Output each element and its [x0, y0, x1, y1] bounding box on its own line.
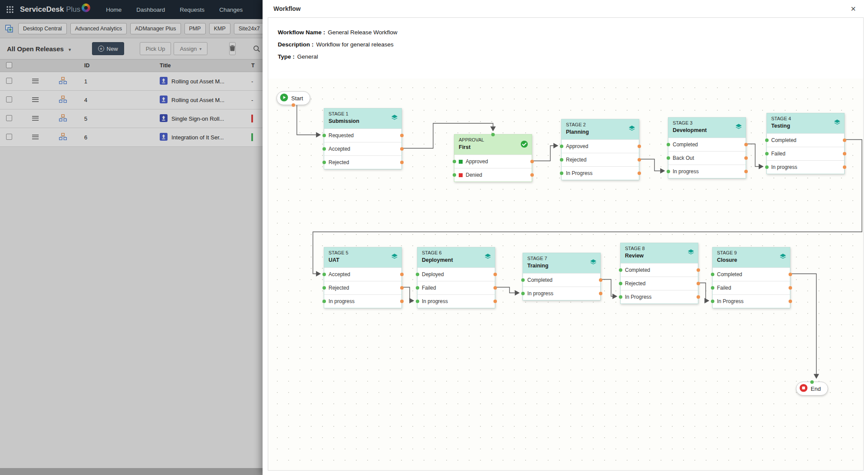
- column-header-title[interactable]: Title: [155, 63, 251, 69]
- top-navigation-bar: ServiceDesk Plus Home Dashboard Requests…: [0, 0, 263, 19]
- stage-kicker: STAGE 3: [673, 120, 741, 125]
- row-checkbox[interactable]: [6, 78, 12, 84]
- stage-layers-icon: [484, 253, 491, 261]
- node-header: STAGE 6Deployment: [418, 247, 495, 267]
- out-port-dot: [493, 300, 497, 303]
- release-row-4[interactable]: 4 Rolling out Asset M... -: [0, 91, 263, 109]
- end-in-port-dot: [810, 380, 814, 384]
- assign-button[interactable]: Assign ▾: [174, 42, 207, 55]
- workflow-node-development[interactable]: STAGE 3DevelopmentCompletedBack OutIn pr…: [668, 117, 746, 178]
- workflow-name-line: Workflow Name :General Release Workflow: [278, 29, 854, 36]
- status-row: In Progress: [621, 290, 698, 303]
- menu-handle-icon[interactable]: [32, 79, 39, 83]
- product-tab-bar: Desktop Central Advanced Analytics ADMan…: [0, 19, 263, 38]
- workflow-canvas[interactable]: Start End STAGE 1SubmissionRequestedAcce…: [268, 79, 863, 470]
- stage-kicker: STAGE 7: [527, 256, 596, 261]
- tab-admanager-plus[interactable]: ADManager Plus: [130, 23, 181, 34]
- search-icon[interactable]: [253, 45, 260, 53]
- status-row: Completed: [621, 263, 698, 277]
- in-port-dot: [322, 134, 326, 137]
- status-row: In Progress: [713, 294, 790, 308]
- in-port-dot: [453, 173, 456, 177]
- brand-swirl-icon: [82, 3, 90, 12]
- in-port-dot: [521, 292, 525, 295]
- workflow-node-training[interactable]: STAGE 7TrainingCompletedIn progress: [523, 253, 601, 300]
- release-row-6[interactable]: 6 Integration of It Ser...: [0, 128, 263, 147]
- status-label: In progress: [329, 298, 355, 304]
- menu-handle-icon[interactable]: [32, 97, 39, 102]
- nav-item-home[interactable]: Home: [106, 7, 122, 13]
- workflow-node-deployment[interactable]: STAGE 6DeploymentDeployedFailedIn progre…: [417, 247, 495, 308]
- node-header: STAGE 2Planning: [562, 119, 639, 139]
- status-row: In progress: [668, 165, 746, 178]
- new-button[interactable]: + New: [92, 42, 124, 55]
- background-app: ServiceDesk Plus Home Dashboard Requests…: [0, 0, 263, 475]
- tab-pmp[interactable]: PMP: [184, 23, 206, 34]
- row-checkbox[interactable]: [6, 115, 12, 121]
- view-filter-dropdown[interactable]: All Open Releases ▾: [7, 45, 71, 53]
- out-port-dot: [400, 273, 404, 276]
- menu-handle-icon[interactable]: [32, 135, 39, 139]
- stage-name: Testing: [771, 123, 840, 129]
- tab-desktop-central[interactable]: Desktop Central: [18, 23, 67, 34]
- tab-kmp[interactable]: KMP: [209, 23, 230, 34]
- node-header: APPROVALFirst: [454, 135, 532, 155]
- brand-logo[interactable]: ServiceDesk Plus: [20, 5, 90, 14]
- workflow-node-uat[interactable]: STAGE 5UATAcceptedRejectedIn progress: [324, 247, 402, 308]
- out-port-dot: [697, 295, 700, 299]
- workflow-node-submission[interactable]: STAGE 1SubmissionRequestedAcceptedReject…: [324, 108, 402, 169]
- workflow-icon[interactable]: [59, 116, 67, 123]
- severity-bar: [251, 115, 253, 122]
- chevron-down-icon: ▾: [199, 46, 201, 51]
- severity-bar: [251, 133, 253, 141]
- delete-button[interactable]: [229, 42, 236, 55]
- nav-item-requests[interactable]: Requests: [180, 7, 204, 13]
- start-out-port-dot: [292, 103, 295, 107]
- column-header-technician[interactable]: T: [251, 63, 263, 69]
- workflow-icon[interactable]: [59, 98, 67, 104]
- column-header-id[interactable]: ID: [77, 63, 102, 69]
- tab-advanced-analytics[interactable]: Advanced Analytics: [70, 23, 127, 34]
- workflow-icon[interactable]: [59, 79, 67, 86]
- out-port-dot: [400, 300, 404, 303]
- end-node[interactable]: End: [796, 382, 828, 396]
- status-label: Failed: [422, 285, 436, 291]
- workflow-node-planning[interactable]: STAGE 2PlanningApprovedRejectedIn Progre…: [561, 119, 639, 180]
- close-icon[interactable]: ×: [851, 4, 856, 13]
- status-row: Failed: [713, 281, 790, 294]
- in-port-dot: [322, 147, 326, 151]
- workflow-icon[interactable]: [59, 135, 67, 142]
- out-port-dot: [530, 160, 534, 163]
- tab-site24x7[interactable]: Site24x7: [234, 23, 263, 34]
- release-row-1[interactable]: 1 Rolling out Asset M... -: [0, 72, 263, 91]
- workflow-node-closure[interactable]: STAGE 9ClosureCompletedFailedIn Progress: [712, 247, 790, 308]
- select-all-checkbox[interactable]: [6, 62, 12, 68]
- release-icon: [160, 77, 168, 86]
- status-label: In Progress: [625, 294, 651, 300]
- stage-name: Development: [673, 127, 741, 133]
- release-id: 6: [77, 134, 102, 141]
- in-port-dot: [711, 273, 714, 276]
- in-port-dot: [711, 300, 714, 303]
- in-port-dot: [521, 278, 525, 282]
- status-row: Completed: [767, 133, 844, 147]
- window-icon[interactable]: [5, 25, 13, 33]
- chevron-down-icon: ▾: [69, 47, 71, 52]
- status-row: Accepted: [324, 142, 401, 155]
- apps-grid-icon[interactable]: [6, 6, 14, 13]
- status-label: Completed: [527, 277, 552, 283]
- menu-handle-icon[interactable]: [32, 116, 39, 121]
- workflow-node-first[interactable]: APPROVALFirstApprovedDenied: [454, 134, 532, 182]
- status-row: In progress: [523, 287, 600, 300]
- workflow-node-review[interactable]: STAGE 8ReviewCompletedRejectedIn Progres…: [620, 243, 698, 304]
- row-checkbox[interactable]: [6, 134, 12, 140]
- status-label: In progress: [771, 164, 797, 170]
- row-checkbox[interactable]: [6, 96, 12, 102]
- pickup-button[interactable]: Pick Up: [140, 42, 171, 55]
- nav-item-changes[interactable]: Changes: [219, 7, 243, 13]
- status-row: Rejected: [562, 153, 639, 166]
- start-node[interactable]: Start: [276, 91, 310, 105]
- nav-item-dashboard[interactable]: Dashboard: [136, 7, 165, 13]
- release-row-5[interactable]: 5 Single Sign-on Roll...: [0, 109, 263, 128]
- workflow-node-testing[interactable]: STAGE 4TestingCompletedFailedIn progress: [766, 113, 845, 174]
